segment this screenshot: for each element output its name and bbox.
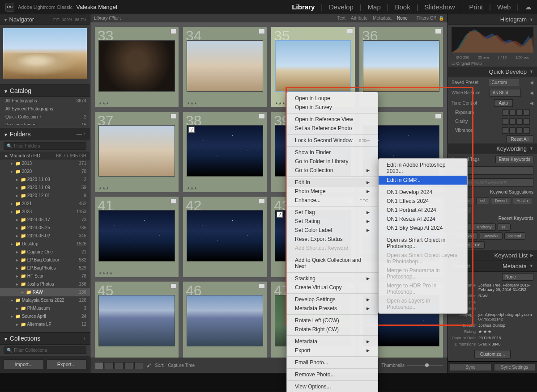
customize-button[interactable]: Customize... — [474, 350, 511, 358]
grid-cell[interactable]: 33★★★ — [95, 27, 179, 107]
lock-icon[interactable]: 🔒 — [439, 16, 444, 21]
filters-off-label[interactable]: Filters Off — [417, 16, 436, 21]
menu-item[interactable]: Set Color Label▶ — [287, 226, 378, 235]
menu-item[interactable]: Open in Loupe — [287, 94, 378, 103]
catalog-item[interactable]: All Photographs3674 — [0, 97, 90, 105]
filmstrip[interactable] — [0, 373, 537, 392]
qd-value[interactable]: Custom — [489, 79, 520, 86]
keyword-suggestion[interactable]: Austin — [513, 197, 532, 204]
folder-item[interactable]: ▸📁 2023-05-1773 — [0, 216, 90, 224]
menu-item[interactable]: Edit In▶ — [287, 178, 378, 187]
module-map[interactable]: Map — [368, 3, 381, 11]
module-library[interactable]: Library — [292, 3, 315, 11]
menu-item[interactable]: Rotate Right (CW) — [287, 325, 378, 334]
menu-item[interactable]: Set as Reference Photo — [287, 124, 378, 133]
folders-header[interactable]: ▼ Folders — + — [0, 128, 90, 140]
filter-tab-text[interactable]: Text — [337, 16, 345, 21]
folder-item[interactable]: ▸📁 PhMuseum3 — [0, 304, 90, 312]
people-view-icon[interactable] — [134, 362, 143, 369]
qd-value[interactable]: As Shot — [490, 89, 521, 97]
folder-item[interactable]: ▸📁 EP.Bag.Outdoor532 — [0, 256, 90, 264]
folder-item[interactable]: ▸📁 2020-11-0959 — [0, 184, 90, 192]
grid-view-icon[interactable] — [95, 362, 104, 369]
menu-item[interactable]: Reset Export Status — [287, 235, 378, 244]
folder-item[interactable]: ▸📁 RAW136 — [0, 288, 90, 296]
keywording-header[interactable]: Keywording▼ — [448, 143, 537, 154]
keyword-suggestion[interactable]: Desert — [491, 197, 511, 204]
quick-develop-header[interactable]: Quick Develop▼ — [448, 67, 537, 77]
keyword-recent[interactable]: 9tweaks — [480, 232, 503, 240]
grid-cell[interactable]: 41★★★★ — [95, 197, 179, 277]
loupe-view-icon[interactable] — [105, 362, 114, 369]
menu-item[interactable]: View Options... — [287, 382, 378, 391]
folder-item[interactable]: ▸📁 Alternate MF12 — [0, 329, 90, 329]
keyword-recent[interactable]: Anthony — [473, 223, 496, 231]
filter-tab-attribute[interactable]: Attribute — [351, 16, 367, 21]
menu-item[interactable]: Go to Collection▶ — [287, 166, 378, 175]
menu-item[interactable]: Open in Reference View — [287, 115, 378, 124]
grid-cell[interactable]: 34★★★ — [183, 27, 267, 107]
menu-item[interactable]: Open as Smart Object in Photoshop... — [379, 236, 467, 251]
collections-filter-input[interactable]: 🔍 Filter Collections — [4, 346, 86, 354]
menu-item[interactable]: Edit in GIMP... — [379, 176, 467, 185]
folder-item[interactable]: ▸📁 Desktop1526 — [0, 240, 90, 248]
folder-item[interactable]: ▸📁 20231153 — [0, 208, 90, 216]
menu-item[interactable]: Metadata▶ — [287, 337, 378, 346]
add-folder-icon[interactable]: — + — [77, 131, 86, 137]
module-slideshow[interactable]: Slideshow — [424, 3, 455, 11]
catalog-item[interactable]: Quick Collection +2 — [0, 113, 90, 121]
menu-item[interactable]: Rotate Left (CCW) — [287, 316, 378, 325]
menu-item[interactable]: ON1 Sky Swap AI 2024 — [379, 223, 467, 232]
metadata-row[interactable]: CreatorJoshua Dunlop — [448, 322, 537, 329]
metadata-row[interactable]: Dimensions5760 x 3840 — [448, 341, 537, 347]
folder-item[interactable]: ▸📁 Alternate LF12 — [0, 320, 90, 329]
folder-item[interactable]: ▸📁 Malaysia Scans 2022126 — [0, 296, 90, 304]
histogram[interactable] — [452, 27, 533, 53]
catalog-item[interactable]: Previous Import15 — [0, 121, 90, 125]
catalog-item[interactable]: All Synced Photographs — [0, 105, 90, 113]
menu-item[interactable]: Go to Folder in Library — [287, 157, 378, 166]
histogram-header[interactable]: Histogram▼ — [448, 14, 537, 25]
menu-item[interactable]: Set Flag▶ — [287, 208, 378, 217]
menu-item[interactable]: Develop Settings▶ — [287, 295, 378, 304]
cloud-sync-icon[interactable]: ☁ — [525, 3, 532, 11]
grid-cell[interactable]: 37★★★ — [95, 112, 179, 192]
menu-item[interactable]: Lock to Second Window⇧⌘↩ — [287, 136, 378, 145]
menu-item[interactable]: Photo Merge▶ — [287, 187, 378, 196]
menu-item[interactable]: ON1 Develop 2024 — [379, 188, 467, 197]
menu-item[interactable]: Show in Finder — [287, 148, 378, 157]
thumbnail-size-slider[interactable] — [407, 365, 443, 366]
menu-item[interactable]: ON1 Portrait AI 2024 — [379, 206, 467, 215]
menu-item[interactable]: Create Virtual Copy — [287, 283, 378, 292]
menu-item[interactable]: Set Rating▶ — [287, 217, 378, 226]
grid-cell[interactable]: 45 — [95, 282, 179, 358]
folder-item[interactable]: ▸📁 Joshs Photos136 — [0, 280, 90, 288]
navigator-header[interactable]: ▼ Navigator FIT100%86.7% — [0, 14, 90, 25]
folder-item[interactable]: ▸📁 2021452 — [0, 200, 90, 208]
volume-row[interactable]: ▸ Macintosh HD 86.7 / 995 GB — [0, 152, 90, 160]
folders-filter-input[interactable]: 🔍 Filter Folders — [4, 142, 86, 150]
navigator-preview[interactable] — [3, 28, 87, 79]
collections-header[interactable]: ▼ Collections + — [0, 332, 90, 345]
folder-item[interactable]: ▸📁 202070 — [0, 168, 90, 176]
menu-item[interactable]: Email Photo... — [287, 358, 378, 367]
folder-item[interactable]: ▸📁 EP.BagPhotos529 — [0, 264, 90, 272]
export-button[interactable]: Export... — [47, 359, 87, 369]
import-button[interactable]: Import... — [4, 359, 44, 369]
menu-item[interactable]: Edit in Adobe Photoshop 2023... — [379, 160, 467, 176]
catalog-header[interactable]: ▼ Catalog — [0, 84, 90, 97]
module-web[interactable]: Web — [497, 3, 511, 11]
grid-cell[interactable]: 46 — [183, 282, 267, 358]
grid-cell[interactable]: 382★★★ — [183, 112, 267, 192]
sync-button[interactable]: Sync — [450, 363, 491, 371]
preset-value[interactable]: None — [502, 273, 533, 281]
keyword-suggestion[interactable]: ssl — [476, 197, 489, 204]
compare-view-icon[interactable] — [115, 362, 124, 369]
menu-item[interactable]: Open in Survey — [287, 103, 378, 112]
module-develop[interactable]: Develop — [329, 3, 354, 11]
menu-item[interactable]: Enhance...⌃⌥I — [287, 196, 378, 205]
survey-view-icon[interactable] — [124, 362, 133, 369]
view-mode-icons[interactable] — [95, 362, 143, 369]
sync-settings-button[interactable]: Sync Settings — [494, 363, 536, 371]
metadata-row[interactable]: Capture Date29 Feb 2016 — [448, 335, 537, 341]
